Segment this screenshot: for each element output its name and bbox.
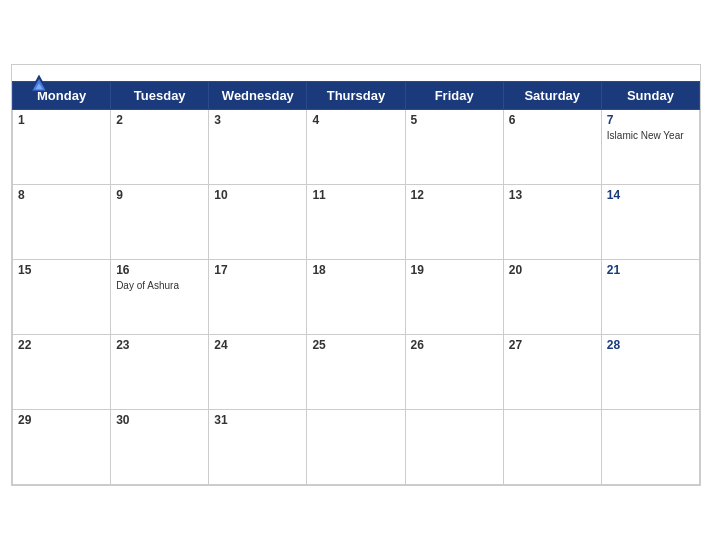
day-number: 21 — [607, 263, 694, 277]
calendar-cell: 7Islamic New Year — [601, 110, 699, 185]
day-number: 15 — [18, 263, 105, 277]
day-number: 6 — [509, 113, 596, 127]
calendar-cell: 14 — [601, 185, 699, 260]
day-number: 7 — [607, 113, 694, 127]
calendar-cell: 11 — [307, 185, 405, 260]
calendar-cell: 25 — [307, 335, 405, 410]
day-number: 2 — [116, 113, 203, 127]
calendar-cell: 20 — [503, 260, 601, 335]
calendar-cell: 6 — [503, 110, 601, 185]
calendar-cell: 5 — [405, 110, 503, 185]
calendar-cell: 29 — [13, 410, 111, 485]
general-blue-icon — [28, 73, 50, 95]
calendar-cell: 2 — [111, 110, 209, 185]
calendar-header — [12, 65, 700, 81]
day-number: 13 — [509, 188, 596, 202]
calendar-cell: 8 — [13, 185, 111, 260]
calendar-cell — [307, 410, 405, 485]
day-number: 18 — [312, 263, 399, 277]
calendar-cell: 10 — [209, 185, 307, 260]
day-number: 12 — [411, 188, 498, 202]
calendar-cell: 15 — [13, 260, 111, 335]
day-number: 19 — [411, 263, 498, 277]
day-number: 11 — [312, 188, 399, 202]
calendar-week-row: 293031 — [13, 410, 700, 485]
day-number: 28 — [607, 338, 694, 352]
calendar-cell: 9 — [111, 185, 209, 260]
weekday-header: Sunday — [601, 82, 699, 110]
calendar-cell: 26 — [405, 335, 503, 410]
calendar-cell: 24 — [209, 335, 307, 410]
calendar-cell: 19 — [405, 260, 503, 335]
calendar-cell: 27 — [503, 335, 601, 410]
calendar-cell — [503, 410, 601, 485]
calendar-cell — [601, 410, 699, 485]
day-number: 14 — [607, 188, 694, 202]
day-number: 20 — [509, 263, 596, 277]
weekday-header: Saturday — [503, 82, 601, 110]
day-number: 22 — [18, 338, 105, 352]
calendar-cell: 12 — [405, 185, 503, 260]
calendar-table: MondayTuesdayWednesdayThursdayFridaySatu… — [12, 81, 700, 485]
calendar-cell: 31 — [209, 410, 307, 485]
calendar-cell: 1 — [13, 110, 111, 185]
logo-area — [28, 73, 54, 95]
day-number: 3 — [214, 113, 301, 127]
calendar-week-row: 1234567Islamic New Year — [13, 110, 700, 185]
calendar-cell: 21 — [601, 260, 699, 335]
weekday-header: Wednesday — [209, 82, 307, 110]
day-number: 29 — [18, 413, 105, 427]
day-number: 5 — [411, 113, 498, 127]
day-number: 24 — [214, 338, 301, 352]
day-number: 8 — [18, 188, 105, 202]
calendar-cell: 17 — [209, 260, 307, 335]
calendar-cell: 28 — [601, 335, 699, 410]
weekday-header: Tuesday — [111, 82, 209, 110]
calendar-cell: 30 — [111, 410, 209, 485]
calendar-cell — [405, 410, 503, 485]
day-number: 17 — [214, 263, 301, 277]
day-number: 30 — [116, 413, 203, 427]
calendar-cell: 13 — [503, 185, 601, 260]
calendar-body: 1234567Islamic New Year8910111213141516D… — [13, 110, 700, 485]
day-number: 26 — [411, 338, 498, 352]
event-label: Islamic New Year — [607, 129, 694, 142]
day-number: 4 — [312, 113, 399, 127]
calendar-cell: 4 — [307, 110, 405, 185]
calendar-week-row: 1516Day of Ashura1718192021 — [13, 260, 700, 335]
calendar-cell: 23 — [111, 335, 209, 410]
day-number: 10 — [214, 188, 301, 202]
event-label: Day of Ashura — [116, 279, 203, 292]
day-number: 1 — [18, 113, 105, 127]
day-number: 31 — [214, 413, 301, 427]
day-number: 23 — [116, 338, 203, 352]
calendar-container: MondayTuesdayWednesdayThursdayFridaySatu… — [11, 64, 701, 486]
day-number: 9 — [116, 188, 203, 202]
calendar-cell: 3 — [209, 110, 307, 185]
calendar-cell: 18 — [307, 260, 405, 335]
weekday-header: Thursday — [307, 82, 405, 110]
calendar-week-row: 22232425262728 — [13, 335, 700, 410]
day-number: 27 — [509, 338, 596, 352]
calendar-cell: 22 — [13, 335, 111, 410]
weekday-header-row: MondayTuesdayWednesdayThursdayFridaySatu… — [13, 82, 700, 110]
weekday-header: Friday — [405, 82, 503, 110]
day-number: 16 — [116, 263, 203, 277]
calendar-week-row: 891011121314 — [13, 185, 700, 260]
day-number: 25 — [312, 338, 399, 352]
calendar-cell: 16Day of Ashura — [111, 260, 209, 335]
